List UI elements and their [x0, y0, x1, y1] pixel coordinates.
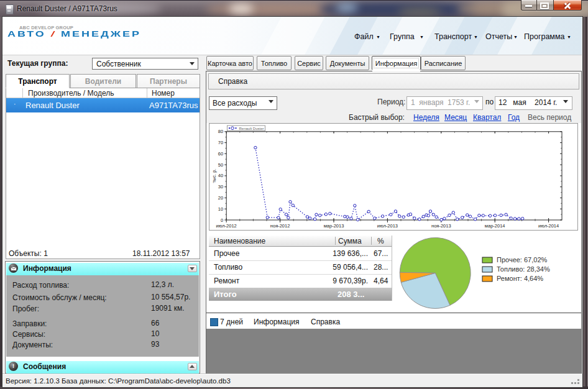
svg-text:мар-2013: мар-2013: [324, 223, 344, 229]
svg-text:июл-2012: июл-2012: [216, 223, 237, 229]
svg-text:50: 50: [218, 162, 223, 168]
svg-text:июл-2014: июл-2014: [538, 223, 559, 229]
svg-text:60: 60: [218, 151, 223, 157]
svg-text:ноя-2012: ноя-2012: [270, 223, 290, 229]
svg-text:мар-2014: мар-2014: [485, 223, 505, 229]
svg-text:Renault Duster: Renault Duster: [239, 127, 264, 130]
svg-text:80: 80: [218, 129, 223, 134]
svg-text:70: 70: [218, 140, 223, 145]
svg-text:40: 40: [218, 173, 223, 178]
svg-text:10: 10: [218, 206, 223, 212]
svg-text:Прочее: 67,02%: Прочее: 67,02%: [497, 256, 548, 263]
svg-text:Ремонт: 4,64%: Ремонт: 4,64%: [497, 275, 543, 282]
svg-text:30: 30: [218, 184, 223, 190]
svg-text:тыс. р.: тыс. р.: [211, 169, 217, 183]
svg-text:Топливо: 28,34%: Топливо: 28,34%: [497, 265, 550, 273]
svg-text:ноя-2013: ноя-2013: [431, 223, 451, 229]
svg-text:20: 20: [218, 195, 223, 201]
svg-text:июл-2013: июл-2013: [377, 223, 398, 229]
svg-text:0: 0: [221, 217, 223, 223]
